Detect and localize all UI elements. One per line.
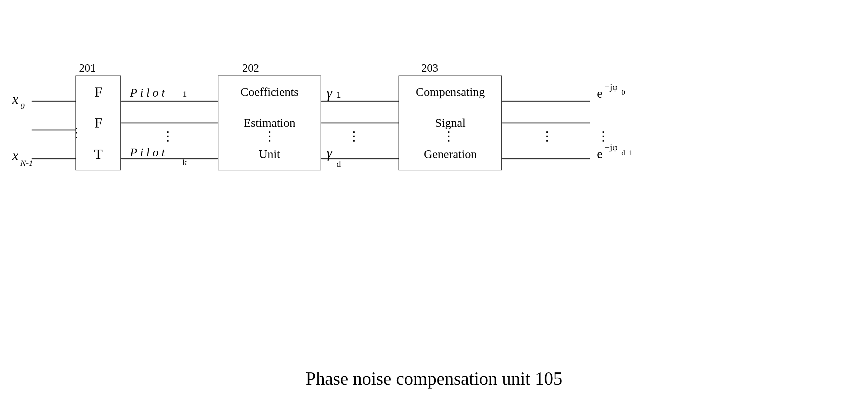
gammad-label: γ	[327, 145, 333, 161]
dots-coeff-input: ⋮	[263, 129, 276, 143]
gamma1-label: γ	[327, 85, 333, 101]
dots-fft-output: ⋮	[162, 129, 174, 143]
dots-output-right: ⋮	[597, 129, 610, 143]
pilot1-label: P i l o t	[130, 86, 165, 99]
input-x0-subscript: 0	[20, 102, 25, 111]
pilot1-subscript: 1	[183, 89, 187, 98]
dots-comp-input: ⋮	[442, 129, 455, 143]
wires-svg: x 0 x N-1 P i l o t 1 P i l o t k γ 1	[0, 21, 868, 337]
diagram-caption: Phase noise compensation unit 105	[0, 368, 868, 389]
out0-label: e	[597, 86, 603, 100]
gamma1-subscript: 1	[336, 90, 341, 100]
diagram-container: 201 202 203 F F T Coefficients Estimatio…	[0, 21, 868, 337]
gammad-subscript: d	[336, 159, 341, 169]
dots-comp-output: ⋮	[541, 129, 553, 143]
dots-coeff-output: ⋮	[348, 129, 360, 143]
out0-subscript: 0	[622, 89, 625, 96]
dots-fft-input: ⋮	[70, 126, 83, 140]
pilotk-label: P i l o t	[130, 146, 165, 159]
out0-exponent: −jφ	[605, 82, 618, 92]
outd1-exponent: −jφ	[605, 142, 618, 152]
input-xn1-subscript: N-1	[20, 158, 33, 168]
outd1-label: e	[597, 147, 603, 161]
input-x0-label: x	[12, 92, 18, 106]
input-xn1-label: x	[12, 148, 18, 163]
pilotk-subscript: k	[183, 158, 187, 167]
outd1-subscript: d−1	[622, 149, 632, 157]
